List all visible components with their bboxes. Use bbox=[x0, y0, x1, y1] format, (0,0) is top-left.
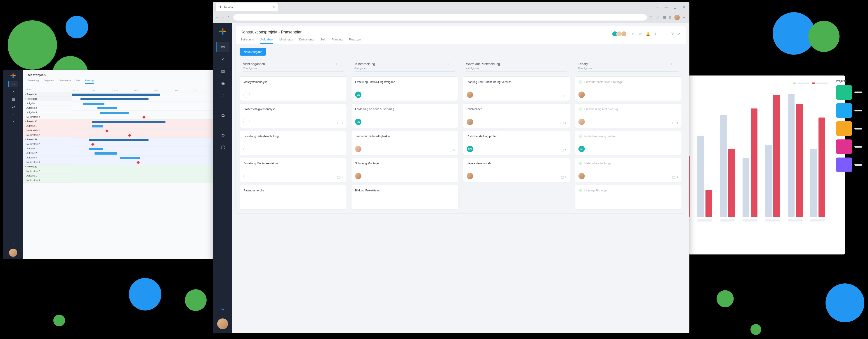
kanban-card[interactable]: Erstellung Betriebsanleitung bbox=[240, 131, 347, 155]
project-row[interactable]: ▾Projekt C bbox=[23, 119, 72, 124]
assignee-avatar[interactable] bbox=[579, 173, 585, 179]
kanban-card[interactable]: Lieferantenauswahl2 bbox=[463, 158, 570, 182]
task-row[interactable]: Aufgabe 2 bbox=[23, 151, 72, 155]
download-icon[interactable]: ↓ bbox=[654, 32, 656, 36]
column-menu-icon[interactable]: ⋮ bbox=[452, 62, 455, 66]
add-card-icon[interactable]: ＋ bbox=[335, 62, 338, 66]
task-row[interactable]: Meilenstein Z bbox=[23, 133, 72, 137]
kanban-card[interactable]: ✓Montage Prototyp-… bbox=[575, 185, 682, 209]
nav-check-icon[interactable]: ✓ bbox=[216, 54, 229, 64]
assignee-avatar[interactable] bbox=[355, 146, 362, 152]
task-row[interactable]: Meilenstein X bbox=[23, 115, 72, 119]
project-tile[interactable] bbox=[836, 157, 862, 172]
assignee-avatar[interactable] bbox=[467, 173, 473, 179]
kanban-card[interactable]: ✓Entwurf/Konstruktion-Prototyp-… bbox=[575, 76, 682, 101]
kanban-card[interactable]: Bildung Projektteam bbox=[351, 185, 458, 209]
kanban-card[interactable]: Prozessfähigkeitsanalyse1 bbox=[240, 103, 347, 128]
assignee-avatar[interactable] bbox=[579, 92, 585, 98]
nav-info-icon[interactable]: ⓘ bbox=[216, 143, 229, 153]
kanban-card[interactable]: Patentrecherche bbox=[240, 185, 347, 209]
kanban-card[interactable]: Pflichtenheft7 bbox=[463, 103, 570, 128]
project-row[interactable]: ▾Projekt A bbox=[23, 92, 72, 97]
assignee-avatar[interactable]: GN bbox=[467, 146, 473, 152]
nav-docs-icon[interactable]: ▯ bbox=[8, 119, 18, 125]
assignee-empty-icon[interactable] bbox=[243, 146, 250, 152]
assignee-avatar[interactable]: GN bbox=[579, 146, 585, 152]
more-icon[interactable]: ⋯ bbox=[683, 15, 686, 20]
project-tab[interactable]: Mindmaps bbox=[279, 38, 293, 44]
reload-icon[interactable]: ↻ bbox=[228, 16, 230, 19]
forward-icon[interactable]: → bbox=[222, 16, 225, 19]
add-card-icon[interactable]: ＋ bbox=[447, 62, 450, 66]
nav-user-icon[interactable]: ◉ bbox=[216, 79, 229, 88]
task-row[interactable]: Aufgabe 3 bbox=[23, 110, 72, 115]
task-row[interactable]: Meilenstein Z bbox=[23, 142, 72, 147]
kanban-card[interactable]: Messystemanalyse bbox=[240, 76, 347, 101]
project-tile[interactable] bbox=[836, 85, 862, 100]
task-row[interactable]: Meilenstein X bbox=[23, 160, 72, 164]
expand-app-sidebar-icon[interactable]: » bbox=[213, 306, 232, 312]
project-tab[interactable]: Finanzen bbox=[349, 38, 361, 44]
minimize-icon[interactable]: — bbox=[664, 5, 668, 9]
kanban-card[interactable]: ✓Risikobeurteilung prüfenGN bbox=[575, 131, 682, 155]
assignee-empty-icon[interactable] bbox=[243, 173, 250, 179]
kanban-card[interactable]: Erstellung EntwicklungsfreigabeGN bbox=[351, 76, 458, 101]
add-member-icon[interactable]: ＋ bbox=[631, 31, 634, 36]
kanban-card[interactable]: ✓Entscheidung Make-or-Buy-…3 bbox=[575, 103, 682, 128]
task-row[interactable]: Meilenstein Z bbox=[23, 169, 72, 174]
gantt-tab[interactable]: Betreuung bbox=[28, 79, 39, 84]
nav-dashboard-icon[interactable]: ▭ bbox=[8, 81, 18, 87]
task-row[interactable]: Aufgabe 3 bbox=[23, 155, 72, 160]
project-row[interactable]: ▾Projekt B bbox=[23, 97, 72, 101]
nav-settings-icon[interactable]: ⋯ bbox=[8, 112, 18, 118]
task-row[interactable]: Aufgabe 1 bbox=[23, 101, 72, 106]
project-row[interactable]: ▾Projekt E bbox=[23, 164, 72, 169]
task-row[interactable]: Aufgabe 1 bbox=[23, 174, 72, 178]
nav-group-icon[interactable]: ⇌ bbox=[216, 91, 229, 100]
task-row[interactable]: Aufgabe 2 bbox=[23, 106, 72, 110]
assignee-avatar[interactable] bbox=[467, 92, 473, 98]
task-row[interactable]: Meilenstein Y bbox=[23, 128, 72, 133]
gantt-tab[interactable]: Planung bbox=[85, 79, 94, 84]
close-panel-icon[interactable]: ✕ bbox=[678, 32, 681, 36]
nav-pin-icon[interactable]: ◒ bbox=[216, 111, 229, 120]
project-tile[interactable] bbox=[836, 121, 862, 136]
kanban-card[interactable]: ✓Materialbeschaffung-…4 bbox=[575, 158, 682, 182]
url-input[interactable] bbox=[233, 14, 647, 21]
nav-tasks-icon[interactable]: ✓ bbox=[8, 88, 18, 95]
kanban-card[interactable]: Planung und Durchführung Versuch9 bbox=[463, 76, 570, 101]
assignee-avatar[interactable]: GN bbox=[355, 92, 362, 98]
kanban-card[interactable]: Termin für Teileverfügbarkeit3 bbox=[351, 131, 458, 155]
menu-icon[interactable]: ⌄ bbox=[656, 5, 659, 9]
column-menu-icon[interactable]: ⋮ bbox=[340, 62, 344, 66]
browser-avatar[interactable] bbox=[674, 15, 680, 20]
project-row[interactable]: ▾Projekt D bbox=[23, 137, 72, 142]
collapse-icon[interactable]: ⇲ bbox=[671, 32, 674, 36]
nav-people-icon[interactable]: ⇄ bbox=[8, 104, 18, 110]
current-user-avatar[interactable] bbox=[217, 318, 228, 329]
new-tab-button[interactable]: ＋ bbox=[280, 4, 284, 9]
project-tab[interactable]: Dokumente bbox=[299, 38, 314, 44]
nav-gear-icon[interactable]: ⚙ bbox=[216, 130, 229, 140]
task-row[interactable]: Meilenstein X bbox=[23, 178, 72, 183]
close-tab-icon[interactable]: ✕ bbox=[273, 5, 275, 8]
assignee-empty-icon[interactable] bbox=[243, 92, 250, 98]
extensions-icon[interactable]: ⊞ bbox=[663, 15, 666, 20]
assignee-avatar[interactable] bbox=[355, 173, 362, 179]
task-row[interactable]: Aufgabe 1 bbox=[23, 124, 72, 128]
add-card-icon[interactable]: ＋ bbox=[670, 62, 673, 66]
project-tile[interactable] bbox=[836, 140, 862, 154]
kanban-card[interactable]: Risikobeurteilung prüfenGN3 bbox=[463, 131, 570, 155]
add-card-icon[interactable]: ＋ bbox=[558, 62, 561, 66]
next-icon[interactable]: › bbox=[666, 32, 667, 36]
project-tab[interactable]: Zeit bbox=[320, 38, 326, 44]
nav-projects-icon[interactable]: ▦ bbox=[8, 96, 18, 102]
back-icon[interactable]: ← bbox=[216, 16, 219, 19]
star-icon[interactable]: ☆ bbox=[639, 32, 642, 36]
gantt-tab[interactable]: Aufgaben bbox=[43, 79, 54, 84]
gantt-tab[interactable]: Dokumente bbox=[59, 79, 71, 84]
nav-board-icon[interactable]: ▦ bbox=[216, 66, 229, 76]
browser-tab[interactable]: InLoox ✕ bbox=[215, 3, 278, 11]
project-tab[interactable]: Planung bbox=[332, 38, 343, 44]
new-task-button[interactable]: Neue Aufgabe bbox=[240, 48, 266, 56]
